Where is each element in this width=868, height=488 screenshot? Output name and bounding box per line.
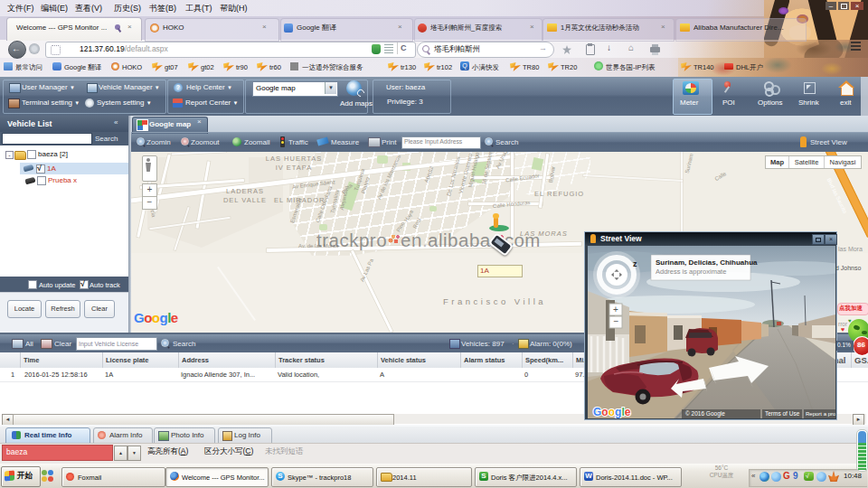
svg-text:+: + [613, 305, 618, 314]
svg-text:© 2016 Google: © 2016 Google [685, 410, 725, 418]
svg-text:Terms of Use: Terms of Use [765, 410, 800, 417]
svg-text:Surinam, Delicias, Chihuahua: Surinam, Delicias, Chihuahua [656, 258, 758, 267]
svg-text:Report a problem: Report a problem [806, 411, 835, 417]
svg-text:z: z [633, 259, 637, 268]
svg-text:Address is approximate: Address is approximate [656, 267, 726, 276]
svg-text:−: − [614, 316, 619, 326]
svg-text:Google: Google [593, 406, 631, 418]
